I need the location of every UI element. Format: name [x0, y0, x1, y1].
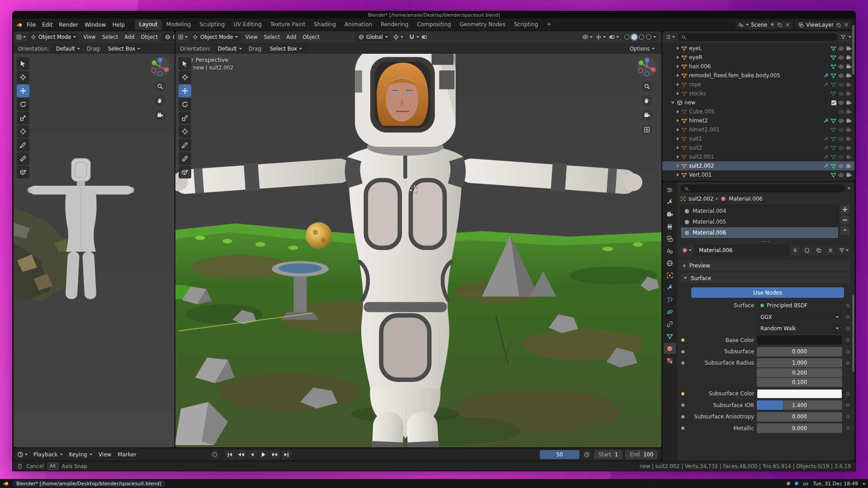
menu-object[interactable]: Object [301, 33, 322, 41]
editor-type-button[interactable] [16, 34, 26, 40]
visibility-eye-icon[interactable] [838, 46, 844, 52]
disclosure-triangle-icon[interactable] [677, 128, 679, 131]
render-visibility-icon[interactable] [846, 136, 852, 142]
properties-tab-texture[interactable] [664, 355, 676, 366]
render-visibility-icon[interactable] [846, 145, 852, 151]
menu-view[interactable]: View [243, 33, 259, 41]
keyboard-layout-indicator[interactable]: us [803, 481, 809, 487]
menu-help[interactable]: Help [109, 20, 127, 29]
render-visibility-icon[interactable] [846, 82, 852, 88]
visibility-eye-icon[interactable] [838, 136, 844, 142]
auto-keying-record-button[interactable] [210, 450, 219, 459]
filter-funnel-icon[interactable] [840, 34, 846, 40]
disclosure-triangle-icon[interactable] [677, 137, 679, 141]
render-visibility-icon[interactable] [846, 55, 852, 61]
window-titlebar[interactable]: Blender* [/home/amalie/Desktop/blender/s… [13, 11, 855, 19]
animate-dot[interactable] [845, 415, 850, 418]
menu-file[interactable]: File [24, 20, 39, 29]
transform-orientation-dropdown[interactable]: Global [355, 33, 391, 42]
material-name-field[interactable]: Material.006 [695, 245, 788, 255]
outliner-item-Cube.005[interactable]: Cube.005 [662, 107, 854, 116]
properties-tab-render[interactable] [664, 209, 676, 220]
frame-start-field[interactable]: Start1 [594, 450, 623, 459]
menu-render[interactable]: Render [56, 20, 81, 29]
distribution-dropdown[interactable]: GGX [757, 312, 842, 322]
properties-tab-object[interactable] [664, 270, 676, 281]
visibility-eye-icon[interactable] [838, 55, 844, 61]
properties-tab-constraints[interactable] [664, 319, 676, 329]
orientation-dropdown[interactable]: Default [53, 44, 83, 53]
properties-tab-material[interactable] [664, 343, 676, 354]
visibility-eye-icon[interactable] [838, 163, 844, 169]
render-visibility-icon[interactable] [846, 64, 852, 70]
use-nodes-button[interactable]: Use Nodes [691, 287, 844, 298]
visibility-eye-icon[interactable] [838, 73, 844, 79]
gizmos-dropdown[interactable] [595, 34, 606, 40]
drag-dropdown[interactable]: Select Box [105, 44, 144, 53]
scale-tool[interactable] [17, 112, 29, 124]
visibility-eye-icon[interactable] [838, 100, 844, 106]
menu-object[interactable]: Object [139, 33, 160, 41]
add-workspace-button[interactable]: + [542, 19, 555, 30]
annotate-tool[interactable] [17, 139, 29, 151]
close-icon[interactable] [844, 22, 849, 28]
material-filter-button[interactable] [837, 245, 850, 255]
add-material-slot-button[interactable] [840, 205, 849, 214]
disclosure-triangle-icon[interactable] [677, 65, 679, 68]
editor-type-button[interactable] [178, 34, 188, 40]
outliner-item-eyeR[interactable]: eyeR [662, 53, 854, 62]
outliner-item-eyeL[interactable]: eyeL [662, 44, 854, 53]
viewport-main[interactable]: Object Mode View Select Add Object Globa… [175, 31, 661, 447]
select-box-tool[interactable] [179, 57, 191, 70]
jump-to-end-button[interactable] [281, 450, 292, 459]
cursor-tool[interactable] [17, 71, 29, 84]
render-visibility-icon[interactable] [846, 46, 852, 52]
close-icon[interactable] [785, 22, 790, 28]
outliner-editor-type-button[interactable] [665, 34, 675, 40]
properties-tab-world[interactable] [664, 258, 676, 268]
animate-dot[interactable] [845, 350, 850, 353]
animate-dot[interactable] [845, 315, 850, 319]
workspace-tab-texture-paint[interactable]: Texture Paint [266, 19, 309, 30]
disclosure-triangle-icon[interactable] [677, 47, 679, 50]
disclosure-triangle-icon[interactable] [677, 92, 679, 95]
zoom-icon[interactable] [642, 81, 652, 92]
proportional-editing-icon[interactable] [421, 34, 427, 40]
outliner-item-suit2.002[interactable]: suit2.002 [662, 161, 854, 170]
visibility-eye-icon[interactable] [838, 145, 844, 151]
tray-network-icon[interactable] [787, 482, 790, 485]
frame-clock-icon[interactable] [582, 450, 591, 459]
move-tool[interactable] [179, 84, 191, 97]
disclosure-triangle-icon[interactable] [677, 119, 679, 122]
disclosure-triangle-icon[interactable] [677, 173, 679, 177]
visibility-eye-icon[interactable] [838, 118, 844, 124]
outliner-item-remodel_fixed.fem_bake.body.005[interactable]: remodel_fixed.fem_bake.body.005 [662, 71, 854, 80]
visibility-eye-icon[interactable] [838, 154, 844, 160]
properties-search-input[interactable] [680, 184, 845, 192]
rotate-tool[interactable] [179, 98, 191, 111]
radius-y-field[interactable]: 0.200 [757, 368, 842, 377]
subsurface-method-dropdown[interactable]: Random Walk [757, 324, 842, 333]
animate-dot[interactable] [845, 392, 850, 395]
properties-options-icon[interactable] [848, 188, 850, 189]
mode-dropdown[interactable]: Object Mode [28, 33, 79, 42]
new-layer-icon[interactable] [836, 22, 841, 28]
disclosure-triangle-icon[interactable] [677, 56, 679, 59]
jump-to-start-button[interactable] [225, 450, 235, 459]
outliner-scrollbar[interactable] [852, 31, 854, 75]
measure-tool[interactable] [17, 152, 29, 165]
disclosure-triangle-icon[interactable] [677, 74, 679, 77]
workspace-tab-modeling[interactable]: Modeling [162, 19, 195, 30]
pivot-point-dropdown[interactable] [393, 34, 403, 40]
outliner-item-suit2[interactable]: suit2 [662, 143, 854, 152]
remove-material-slot-button[interactable] [840, 216, 849, 225]
animate-dot[interactable] [845, 304, 850, 307]
pan-hand-icon[interactable] [642, 95, 652, 106]
properties-tab-object-data[interactable] [664, 331, 676, 342]
properties-tab-particles[interactable] [664, 294, 676, 305]
snap-magnet-icon[interactable] [409, 34, 419, 40]
material-slot-Material.004[interactable]: Material.004 [681, 206, 838, 216]
taskbar-clock[interactable]: Tue, 31 Dec 18:49 [813, 481, 858, 487]
properties-tab-physics[interactable] [664, 306, 676, 317]
cursor-tool[interactable] [179, 71, 191, 84]
